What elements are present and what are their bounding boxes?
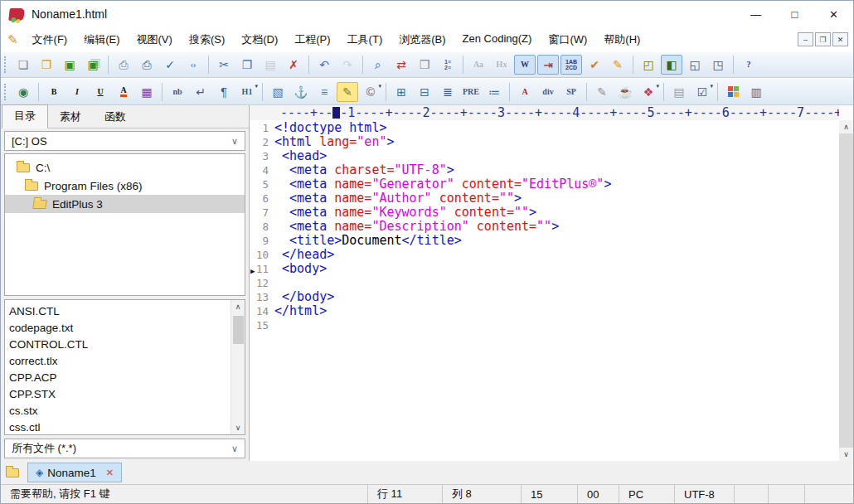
print-preview-button[interactable]: ⎙ <box>113 55 134 75</box>
font-color-button[interactable]: A <box>113 82 134 102</box>
highlight-button[interactable]: ✎ <box>337 82 358 102</box>
tree-item[interactable]: Program Files (x86) <box>5 177 245 195</box>
browser-window-button[interactable]: ◳ <box>707 55 729 75</box>
copy-button[interactable]: ❐ <box>236 55 258 75</box>
save-all-button[interactable]: ▣ <box>82 55 104 75</box>
document-tab-noname1[interactable]: ◈ Noname1 ✕ <box>27 463 122 482</box>
tree-item[interactable]: EditPlus 3 <box>5 195 245 213</box>
wrap-indent-button[interactable]: ⇥ <box>537 55 559 75</box>
document-template-button[interactable]: ❒ <box>414 55 435 75</box>
syntax-check-button[interactable]: ✔ <box>584 55 605 75</box>
file-item[interactable]: cs.stx <box>9 402 230 419</box>
code-line[interactable]: 9 <title>Document</title> <box>250 234 839 248</box>
menu-item-edit[interactable]: 编辑(E) <box>75 29 128 51</box>
scroll-down-icon[interactable]: ∨ <box>839 448 853 461</box>
toolbar-grip[interactable] <box>4 56 8 73</box>
browser-preview-button[interactable]: ◉ <box>12 82 34 102</box>
scroll-down-icon[interactable]: ∨ <box>231 421 245 434</box>
menu-item-browser[interactable]: 浏览器(B) <box>391 29 454 51</box>
sidebar-tab-functions[interactable]: 函数 <box>93 106 138 128</box>
auto-completion-button[interactable]: 1AB 2CD <box>560 55 582 75</box>
edit-pencil-button[interactable]: ✎ <box>607 55 628 75</box>
context-help-button[interactable]: ? <box>738 55 759 75</box>
print-button[interactable]: ⎙ <box>136 55 158 75</box>
form-controls-button[interactable]: ☑▾ <box>691 82 713 102</box>
file-item[interactable]: ANSI.CTL <box>9 303 230 319</box>
menu-item-window[interactable]: 窗口(W) <box>540 29 595 51</box>
java-applet-button[interactable]: ☕ <box>614 82 636 102</box>
code-line[interactable]: ▶11 <body> <box>250 262 839 276</box>
scrollbar-thumb[interactable] <box>233 316 244 344</box>
spell-check-button[interactable]: ✓ <box>159 55 181 75</box>
code-line[interactable]: 14</html> <box>250 304 839 318</box>
file-item[interactable]: codepage.txt <box>9 319 230 336</box>
minimize-button[interactable]: — <box>736 1 775 27</box>
find-button[interactable]: ⌕ <box>367 55 389 75</box>
folder-icon[interactable] <box>6 468 19 477</box>
code-line[interactable]: 12 <box>250 276 839 290</box>
code-line[interactable]: 8 <meta name="Description" content=""> <box>250 220 839 234</box>
menu-item-zen-coding[interactable]: Zen Coding(Z) <box>454 29 541 51</box>
file-item[interactable]: CONTROL.CTL <box>9 336 230 352</box>
redo-button[interactable]: ↷ <box>337 55 358 75</box>
text-size-button[interactable]: Aa <box>468 55 489 75</box>
scroll-up-icon[interactable]: ∧ <box>839 120 853 133</box>
panel-window-button[interactable]: ▥ <box>745 82 767 102</box>
table-button[interactable]: ⊞ <box>391 82 412 102</box>
code-area[interactable]: 1<!doctype html>2<html lang="en">3 <head… <box>250 120 839 461</box>
menu-item-search[interactable]: 搜索(S) <box>181 29 233 51</box>
layer-button[interactable]: ⊟ <box>414 82 435 102</box>
tree-item[interactable]: C:\ <box>5 158 245 177</box>
sidebar-tab-cliptext[interactable]: 素材 <box>48 106 93 128</box>
menu-item-view[interactable]: 视图(V) <box>129 29 181 51</box>
mdi-restore-button[interactable]: ❐ <box>815 32 831 46</box>
word-wrap-button[interactable]: W <box>514 55 536 75</box>
mdi-close-button[interactable]: ✕ <box>832 32 848 46</box>
file-list-scrollbar[interactable]: ∧ ∨ <box>230 300 245 434</box>
anchor-button[interactable]: ⚓ <box>290 82 312 102</box>
close-button[interactable]: ✕ <box>814 1 853 27</box>
code-line[interactable]: 4 <meta charset="UTF-8"> <box>250 163 839 177</box>
file-filter-select[interactable]: 所有文件 (*.*) ∨ <box>4 439 245 458</box>
span-tag-button[interactable]: SP <box>560 82 582 102</box>
image-button[interactable]: ▧ <box>267 82 289 102</box>
save-button[interactable]: ▣ <box>59 55 80 75</box>
italic-button[interactable]: I <box>66 82 88 102</box>
mdi-minimize-button[interactable]: – <box>798 32 813 46</box>
heading-button[interactable]: H1▾ <box>236 82 258 102</box>
code-line[interactable]: 10 </head> <box>250 248 839 262</box>
code-line[interactable]: 5 <meta name="Generator" content="EditPl… <box>250 177 839 191</box>
file-item[interactable]: CPP.STX <box>9 385 230 402</box>
menu-item-help[interactable]: 帮助(H) <box>595 29 648 51</box>
drive-select[interactable]: [C:] OS ∨ <box>4 131 245 151</box>
scroll-up-icon[interactable]: ∧ <box>231 300 245 313</box>
sidebar-tab-directory[interactable]: 目录 <box>2 104 48 128</box>
maximize-button[interactable]: □ <box>775 1 814 27</box>
cut-button[interactable]: ✂ <box>213 55 235 75</box>
align-center-button[interactable]: ≣ <box>437 82 459 102</box>
code-line[interactable]: 2<html lang="en"> <box>250 135 839 149</box>
new-file-button[interactable]: ❏ <box>12 55 34 75</box>
toolbar-toggle-button[interactable]: ◰ <box>638 55 659 75</box>
menu-item-tools[interactable]: 工具(T) <box>339 29 391 51</box>
paragraph-button[interactable]: ¶ <box>213 82 235 102</box>
menu-item-file[interactable]: 文件(F) <box>24 29 76 51</box>
code-line[interactable]: 1<!doctype html> <box>250 121 839 135</box>
document-selector-button[interactable]: ◱ <box>684 55 706 75</box>
windows-logo-button[interactable] <box>722 82 744 102</box>
underline-button[interactable]: U <box>90 82 111 102</box>
copyright-button[interactable]: ©▾ <box>360 82 381 102</box>
menu-item-document[interactable]: 文档(D) <box>233 29 286 51</box>
line-break-button[interactable]: ↵ <box>190 82 211 102</box>
code-line[interactable]: 13 </body> <box>250 290 839 304</box>
code-line[interactable]: 7 <meta name="Keywords" content=""> <box>250 206 839 220</box>
code-line[interactable]: 6 <meta name="Author" content=""> <box>250 191 839 206</box>
list-button[interactable]: ≔ <box>483 82 505 102</box>
paste-button[interactable]: ▤ <box>260 55 281 75</box>
toolbar-grip[interactable] <box>4 84 8 100</box>
file-item[interactable]: css.ctl <box>9 419 230 434</box>
undo-button[interactable]: ↶ <box>313 55 335 75</box>
sidebar-toggle-button[interactable]: ◧ <box>661 55 682 75</box>
color-palette-button[interactable]: ▦ <box>136 82 158 102</box>
editor-scrollbar[interactable]: ∧ ∨ <box>839 120 853 461</box>
